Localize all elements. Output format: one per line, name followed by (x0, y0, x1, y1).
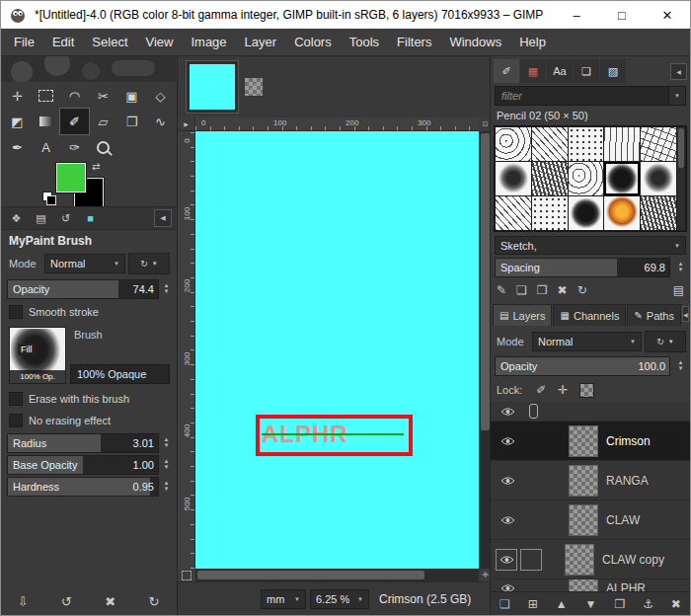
tab-device-status[interactable]: ▤ (30, 208, 52, 228)
transform-tool[interactable]: ◇ (146, 83, 175, 109)
layer-opacity-spinner[interactable] (675, 355, 686, 375)
anchor-layer-button[interactable]: ⚓ (643, 597, 653, 611)
brush-swatch[interactable] (496, 196, 531, 230)
brush-swatch[interactable] (496, 127, 531, 161)
delete-tool-preset-button[interactable]: ✖ (105, 594, 115, 609)
menu-help[interactable]: Help (510, 29, 555, 55)
clone-tool[interactable]: ❐ (117, 109, 146, 134)
zoom-tool[interactable] (89, 134, 117, 160)
layer-name[interactable]: CLAW copy (602, 553, 664, 567)
filter-input[interactable]: filter (495, 86, 669, 106)
tab-fonts[interactable]: Aa (547, 59, 573, 83)
new-layer-button[interactable]: ❏ (499, 597, 510, 611)
layer-thumbnail[interactable] (569, 465, 598, 497)
menu-image[interactable]: Image (182, 29, 235, 55)
brush-swatch[interactable] (569, 196, 604, 230)
layer-thumbnail[interactable] (565, 544, 594, 576)
foreground-color-swatch[interactable] (56, 163, 86, 192)
layer-row[interactable]: CLAW (491, 500, 690, 540)
zoom-select[interactable]: 6.25 % (310, 589, 369, 609)
menu-colors[interactable]: Colors (285, 29, 341, 55)
menu-filters[interactable]: Filters (388, 29, 440, 55)
layer-name[interactable]: CLAW (606, 513, 640, 527)
brush-preview-button[interactable]: Fill 100% Op. (9, 327, 66, 384)
layer-visibility-toggle[interactable] (496, 515, 519, 525)
horizontal-scrollbar-thumb[interactable] (197, 571, 424, 579)
free-select-tool[interactable]: ◠ (60, 83, 89, 109)
brush-swatch[interactable] (532, 196, 568, 230)
filter-dropdown-button[interactable] (669, 86, 686, 106)
layer-mode-select[interactable]: Normal (532, 332, 642, 351)
base-opacity-slider[interactable]: Base Opacity 1.00 (7, 455, 159, 475)
menu-tools[interactable]: Tools (341, 29, 388, 55)
layer-thumbnail[interactable] (569, 425, 598, 457)
mode-switch-button[interactable] (128, 253, 170, 274)
unit-select[interactable]: mm (261, 589, 306, 609)
reset-tool-button[interactable]: ↻ (148, 594, 159, 609)
gradient-tool[interactable] (32, 109, 60, 134)
brush-swatch[interactable] (569, 162, 604, 195)
close-button[interactable]: ✕ (645, 1, 690, 29)
menu-edit[interactable]: Edit (43, 29, 83, 55)
duplicate-brush-button[interactable]: ❐ (537, 283, 548, 297)
crop-tool[interactable]: ▣ (117, 83, 146, 109)
base-opacity-spinner[interactable] (161, 454, 172, 474)
hardness-slider[interactable]: Hardness 0.95 (7, 477, 159, 497)
brush-swatch[interactable] (604, 196, 640, 230)
tab-brushes[interactable]: ✐ (494, 59, 519, 83)
tab-undo-history[interactable]: ↺ (54, 208, 77, 228)
menu-view[interactable]: View (137, 29, 183, 55)
rectangle-select-tool[interactable] (32, 83, 60, 109)
text-tool[interactable]: A (32, 134, 60, 160)
paint-mode-select[interactable]: Normal (44, 254, 125, 273)
lock-position-toggle[interactable]: ✛ (558, 383, 568, 397)
paths-tool[interactable]: ✒ (3, 134, 32, 160)
toolbox-drag-header[interactable] (1, 56, 176, 82)
brush-swatch[interactable] (604, 127, 640, 161)
lock-alpha-toggle[interactable] (579, 383, 594, 398)
layer-link-toggle[interactable] (521, 404, 545, 419)
layer-thumbnail[interactable] (569, 504, 598, 536)
layer-row[interactable]: Crimson (491, 422, 690, 461)
tab-channels[interactable]: ▦Channels (553, 304, 626, 326)
horizontal-scrollbar[interactable] (195, 569, 479, 581)
brush-swatch[interactable] (496, 162, 531, 195)
mypaint-brush-tool[interactable]: ✐ (60, 109, 89, 134)
eraser-tool[interactable]: ▱ (89, 109, 117, 134)
default-colors-icon[interactable] (42, 192, 56, 205)
hardness-spinner[interactable] (161, 476, 172, 496)
horizontal-ruler[interactable]: 0100200300 (195, 117, 479, 131)
edit-brush-button[interactable]: ✎ (497, 283, 506, 297)
smooth-stroke-checkbox[interactable] (9, 305, 23, 319)
maximize-button[interactable]: □ (599, 1, 645, 29)
layer-opacity-slider[interactable]: Opacity 100.0 (495, 356, 670, 376)
tab-patterns[interactable]: ▦ (520, 59, 546, 83)
lower-layer-button[interactable]: ▼ (585, 597, 597, 611)
restore-tool-preset-button[interactable]: ↺ (61, 594, 72, 609)
brush-name-box[interactable]: 100% Opaque (70, 364, 170, 384)
layer-visibility-toggle[interactable] (496, 549, 517, 571)
raise-layer-button[interactable]: ▲ (556, 597, 568, 611)
scissors-select-tool[interactable]: ✂ (89, 83, 117, 109)
opacity-slider[interactable]: Opacity 74.4 (7, 279, 159, 299)
refresh-brushes-button[interactable]: ↻ (577, 283, 587, 297)
layer-row[interactable] (491, 402, 690, 422)
bucket-fill-tool[interactable]: ◩ (3, 109, 32, 134)
layer-visibility-toggle[interactable] (496, 476, 519, 486)
delete-layer-button[interactable]: ✖ (671, 597, 681, 611)
opacity-spinner[interactable] (161, 278, 172, 298)
brush-swatch[interactable] (604, 162, 640, 195)
brush-swatch[interactable] (641, 127, 676, 161)
layer-visibility-toggle[interactable] (496, 436, 519, 446)
swap-colors-icon[interactable]: ⇄ (92, 161, 100, 172)
brush-swatch[interactable] (641, 196, 676, 230)
layer-row[interactable]: CLAW copy (491, 540, 690, 579)
lock-pixels-toggle[interactable]: ✐ (536, 383, 546, 397)
layer-visibility-toggle[interactable] (496, 407, 519, 417)
layer-name[interactable]: Crimson (606, 434, 651, 448)
vertical-scrollbar-thumb[interactable] (481, 133, 490, 430)
menu-file[interactable]: File (5, 29, 43, 55)
layer-link-toggle[interactable] (520, 549, 542, 571)
new-brush-button[interactable]: ❏ (516, 283, 527, 297)
collapse-dock-button[interactable] (154, 209, 172, 227)
